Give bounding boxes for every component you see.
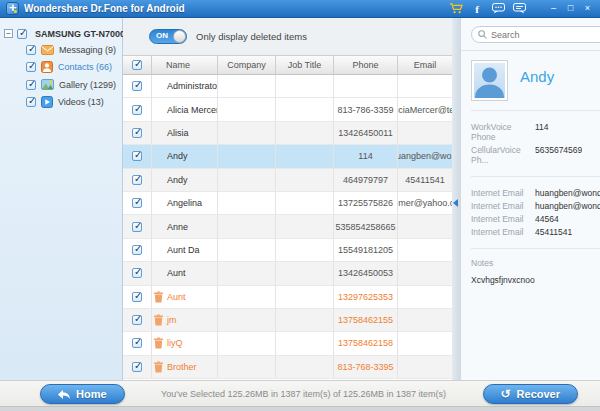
main-panel: ON Only display deleted items Name Compa… xyxy=(123,18,452,380)
row-checkbox[interactable] xyxy=(132,245,142,255)
avatar xyxy=(471,60,508,101)
row-checkbox[interactable] xyxy=(132,105,142,115)
cell-company xyxy=(218,332,276,355)
column-header-company[interactable]: Company xyxy=(218,56,276,74)
select-all-checkbox[interactable] xyxy=(132,60,142,70)
deleted-items-toggle[interactable]: ON xyxy=(149,29,187,44)
detail-panel: Andy WorkVoice Phone114CellularVoice Ph.… xyxy=(461,18,600,380)
close-button[interactable]: × xyxy=(581,2,594,15)
cell-email xyxy=(398,75,452,98)
item-checkbox[interactable] xyxy=(26,97,36,107)
cell-company xyxy=(218,262,276,285)
facebook-icon[interactable]: f xyxy=(470,3,484,15)
row-checkbox[interactable] xyxy=(132,292,142,302)
column-header-jobtitle[interactable]: Job Title xyxy=(276,56,334,74)
table-row[interactable]: Aunt13297625353 xyxy=(123,286,452,309)
sidebar-item-label: Contacts (66) xyxy=(58,62,112,72)
window-controls: – □ × xyxy=(547,2,594,15)
field-value: huangben@wond... xyxy=(535,201,600,211)
row-checkbox[interactable] xyxy=(132,198,142,208)
sidebar-device-node[interactable]: − SAMSUNG GT-N7000 xyxy=(0,25,122,42)
contact-header: Andy xyxy=(471,60,600,111)
row-checkbox[interactable] xyxy=(132,81,142,91)
cell-name: Andy xyxy=(152,169,218,192)
footer: Home You've Selected 125.26MB in 1387 it… xyxy=(0,380,600,411)
table-row[interactable]: liyQ13758462158 xyxy=(123,332,452,355)
column-header-email[interactable]: Email xyxy=(398,56,452,74)
row-checkbox[interactable] xyxy=(132,222,142,232)
column-header-phone[interactable]: Phone xyxy=(334,56,398,74)
sidebar-item-label: Gallery (1299) xyxy=(59,80,116,90)
item-checkbox[interactable] xyxy=(26,45,36,55)
toggle-knob[interactable] xyxy=(173,30,186,43)
field-value: 5635674569 xyxy=(535,145,582,165)
column-header-name[interactable]: Name xyxy=(152,56,218,74)
recover-button[interactable]: ↺ Recover xyxy=(483,384,578,404)
table-row[interactable]: Brother813-768-3395 xyxy=(123,356,452,379)
item-checkbox[interactable] xyxy=(26,62,36,72)
row-checkbox[interactable] xyxy=(132,175,142,185)
cell-jobtitle xyxy=(276,332,334,355)
device-checkbox[interactable] xyxy=(17,29,27,39)
collapse-panel-icon[interactable] xyxy=(453,199,458,207)
cell-jobtitle xyxy=(276,122,334,145)
search-box[interactable] xyxy=(471,26,600,43)
cell-company xyxy=(218,309,276,332)
titlebar-right: f – □ × xyxy=(449,2,594,15)
gallery-icon xyxy=(41,79,54,90)
trash-icon xyxy=(153,361,164,375)
field-label: CellularVoice Ph... xyxy=(471,145,535,165)
sidebar-item-videos[interactable]: Videos (13) xyxy=(0,93,122,111)
table-row[interactable]: jm13758462155 xyxy=(123,309,452,332)
table-row[interactable]: Angelina13725575826anmer@yahoo.c... xyxy=(123,192,452,215)
table-row[interactable]: Andy114huangben@wo... xyxy=(123,145,452,168)
table-row[interactable]: Alisia13426450011 xyxy=(123,122,452,145)
cell-company xyxy=(218,145,276,168)
cell-jobtitle xyxy=(276,215,334,238)
field-label: WorkVoice Phone xyxy=(471,122,535,142)
sidebar-item-messaging[interactable]: Messaging (9) xyxy=(0,42,122,58)
recover-icon: ↺ xyxy=(501,389,511,399)
cell-jobtitle xyxy=(276,98,334,121)
detail-field: Internet Email45411541 xyxy=(471,227,600,237)
app-window: Wondershare Dr.Fone for Android f – □ × … xyxy=(0,0,600,411)
app-logo-icon xyxy=(6,2,19,15)
help-bubble-icon[interactable] xyxy=(512,3,526,15)
row-checkbox-cell xyxy=(123,122,152,145)
row-checkbox[interactable] xyxy=(132,362,142,372)
table-header: Name Company Job Title Phone Email xyxy=(123,55,452,75)
sidebar-item-gallery[interactable]: Gallery (1299) xyxy=(0,76,122,93)
table-row[interactable]: Administrator xyxy=(123,75,452,98)
toggle-label: Only display deleted items xyxy=(196,31,307,42)
tree-expander-icon[interactable]: − xyxy=(4,29,13,38)
table-row[interactable]: Aunt13426450053 xyxy=(123,262,452,285)
field-value: 44564 xyxy=(535,214,559,224)
item-checkbox[interactable] xyxy=(26,80,36,90)
field-value: huangben@wond... xyxy=(535,188,600,198)
row-checkbox[interactable] xyxy=(132,151,142,161)
search-input[interactable] xyxy=(491,30,600,40)
row-checkbox-cell xyxy=(123,75,152,98)
row-checkbox[interactable] xyxy=(132,128,142,138)
feedback-bubble-icon[interactable] xyxy=(491,3,505,15)
home-button[interactable]: Home xyxy=(40,384,125,404)
maximize-button[interactable]: □ xyxy=(564,2,577,15)
row-checkbox[interactable] xyxy=(132,338,142,348)
minimize-button[interactable]: – xyxy=(547,2,560,15)
cell-company xyxy=(218,98,276,121)
cart-icon[interactable] xyxy=(449,3,463,15)
sidebar-item-contacts[interactable]: Contacts (66) xyxy=(0,58,122,76)
cell-phone: 535854258665 xyxy=(334,215,398,238)
cell-phone: 13426450011 xyxy=(334,122,398,145)
row-checkbox-cell xyxy=(123,145,152,168)
field-value: 114 xyxy=(535,122,549,142)
row-checkbox[interactable] xyxy=(132,268,142,278)
table-row[interactable]: Alicia Mercer813-786-3359AliciaMercer@te… xyxy=(123,98,452,121)
row-checkbox[interactable] xyxy=(132,315,142,325)
table-row[interactable]: Aunt Da15549181205 xyxy=(123,239,452,262)
panel-splitter[interactable] xyxy=(452,18,461,380)
selection-status: You've Selected 125.26MB in 1387 item(s)… xyxy=(125,389,483,399)
table-row[interactable]: Andy46497979745411541 xyxy=(123,169,452,192)
table-row[interactable]: Anne535854258665 xyxy=(123,215,452,238)
cell-jobtitle xyxy=(276,169,334,192)
